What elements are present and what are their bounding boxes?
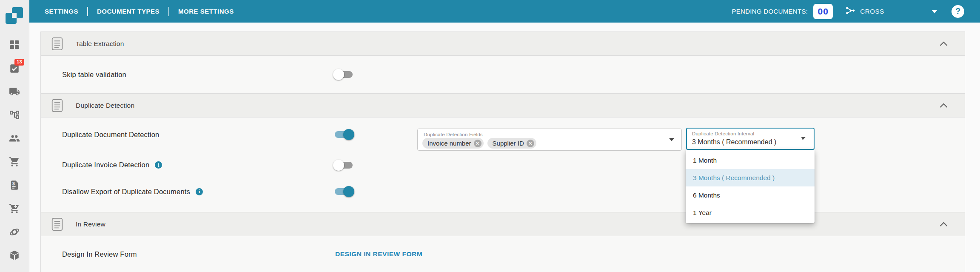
section-header-duplicate-detection[interactable]: Duplicate Detection xyxy=(41,93,965,117)
nav-separator xyxy=(168,7,169,16)
sidebar-item-integrations[interactable] xyxy=(9,226,20,238)
package-box-icon xyxy=(9,250,20,261)
field-label: Duplicate Detection Fields xyxy=(424,132,483,137)
setting-row-disallow-export: Disallow Export of Duplicate Documents i xyxy=(41,178,965,205)
chip-supplier-id[interactable]: Supplier ID ✕ xyxy=(487,138,536,149)
setting-row-skip-table-validation: Skip table validation xyxy=(41,56,965,93)
chip-remove-icon[interactable]: ✕ xyxy=(474,140,481,147)
account-dropdown-caret-icon[interactable] xyxy=(932,8,937,15)
workflow-tree-icon xyxy=(9,109,20,120)
duplicate-detection-fields-input[interactable]: Duplicate Detection Fields Invoice numbe… xyxy=(417,129,682,151)
shopping-cart-icon xyxy=(9,156,20,167)
pending-documents-label: PENDING DOCUMENTS: xyxy=(732,8,808,15)
dropdown-caret-icon xyxy=(801,137,805,140)
account-name[interactable]: CROSS xyxy=(860,8,884,15)
chevron-up-icon[interactable] xyxy=(940,103,948,108)
setting-label: Duplicate Invoice Detection xyxy=(62,161,149,169)
sidebar-item-invoices[interactable]: $ xyxy=(9,180,20,191)
sidebar-item-purchase-orders[interactable] xyxy=(9,203,20,214)
setting-label: Duplicate Document Detection xyxy=(62,131,159,139)
sidebar-item-users[interactable] xyxy=(9,133,20,144)
setting-row-duplicate-invoice-detection: Duplicate Invoice Detection i xyxy=(41,152,965,178)
main-nav: SETTINGS DOCUMENT TYPES MORE SETTINGS xyxy=(29,7,234,16)
nav-more-settings[interactable]: MORE SETTINGS xyxy=(178,8,234,15)
menu-item-1-year[interactable]: 1 Year xyxy=(686,204,815,221)
chip-invoice-number[interactable]: Invoice number ✕ xyxy=(422,138,484,149)
chip-remove-icon[interactable]: ✕ xyxy=(527,140,534,147)
app-logo-icon xyxy=(5,7,24,26)
invoice-document-icon: $ xyxy=(9,180,20,191)
sidebar-item-orders[interactable] xyxy=(9,156,20,167)
help-icon[interactable]: ? xyxy=(952,5,964,18)
top-bar: SETTINGS DOCUMENT TYPES MORE SETTINGS PE… xyxy=(29,0,980,23)
section-title: In Review xyxy=(76,220,105,228)
setting-label: Disallow Export of Duplicate Documents xyxy=(62,188,190,196)
duplicate-detection-interval-select[interactable]: Duplicate Detection Interval 3 Months ( … xyxy=(686,128,815,150)
app-logo[interactable] xyxy=(5,7,24,26)
skip-table-validation-toggle[interactable] xyxy=(334,69,353,80)
setting-label: Design In Review Form xyxy=(62,250,137,258)
chevron-up-icon[interactable] xyxy=(940,222,948,226)
document-icon xyxy=(51,99,63,112)
settings-card: Table Extraction Skip table validation D… xyxy=(40,31,965,272)
truck-icon xyxy=(9,86,20,97)
chip-label: Supplier ID xyxy=(493,140,524,147)
sidebar-item-deliveries[interactable] xyxy=(9,86,20,97)
pending-documents-count: 00 xyxy=(813,4,833,19)
selected-field-chips: Invoice number ✕ Supplier ID ✕ xyxy=(422,138,536,149)
nav-settings[interactable]: SETTINGS xyxy=(45,8,78,15)
menu-item-1-month[interactable]: 1 Month xyxy=(686,152,815,169)
sidebar-item-workflow[interactable] xyxy=(9,109,20,120)
design-in-review-form-button[interactable]: DESIGN IN REVIEW FORM xyxy=(335,250,422,258)
menu-item-6-months[interactable]: 6 Months xyxy=(686,186,815,204)
sidebar-item-tasks[interactable]: 13 xyxy=(9,63,20,74)
interval-options-menu: 1 Month 3 Months ( Recommended ) 6 Month… xyxy=(686,150,815,223)
document-icon xyxy=(51,37,63,51)
sidebar: 13 $ xyxy=(0,23,29,272)
dashboard-grid-icon xyxy=(9,39,20,50)
sidebar-item-dashboard[interactable] xyxy=(9,39,20,50)
orbit-icon xyxy=(9,226,20,238)
users-icon xyxy=(9,133,20,144)
field-label: Duplicate Detection Interval xyxy=(692,131,754,136)
selected-value: 3 Months ( Recommended ) xyxy=(692,138,776,146)
document-icon xyxy=(51,218,63,231)
tasks-count-badge: 13 xyxy=(14,59,24,66)
setting-label: Skip table validation xyxy=(62,71,126,79)
nav-document-types[interactable]: DOCUMENT TYPES xyxy=(97,8,160,15)
nav-separator xyxy=(87,7,88,16)
duplicate-invoice-detection-toggle[interactable] xyxy=(334,160,353,171)
duplicate-document-detection-toggle[interactable] xyxy=(334,129,353,140)
dropdown-caret-icon[interactable] xyxy=(669,138,674,141)
setting-row-design-in-review-form: Design In Review Form DESIGN IN REVIEW F… xyxy=(41,236,965,272)
cart-add-icon xyxy=(9,203,20,214)
chip-label: Invoice number xyxy=(427,140,471,147)
info-icon[interactable]: i xyxy=(155,161,162,169)
section-title: Duplicate Detection xyxy=(76,102,134,109)
svg-text:$: $ xyxy=(12,181,15,186)
chevron-up-icon[interactable] xyxy=(940,41,948,46)
menu-item-3-months[interactable]: 3 Months ( Recommended ) xyxy=(686,169,815,186)
section-header-table-extraction[interactable]: Table Extraction xyxy=(41,31,965,56)
section-header-in-review[interactable]: In Review xyxy=(41,212,965,236)
topbar-right: PENDING DOCUMENTS: 00 CROSS ? xyxy=(732,4,980,19)
info-icon[interactable]: i xyxy=(196,188,203,195)
mediation-icon xyxy=(845,6,856,17)
disallow-export-toggle[interactable] xyxy=(334,186,353,197)
sidebar-item-inventory[interactable] xyxy=(9,250,20,261)
section-title: Table Extraction xyxy=(76,40,124,48)
